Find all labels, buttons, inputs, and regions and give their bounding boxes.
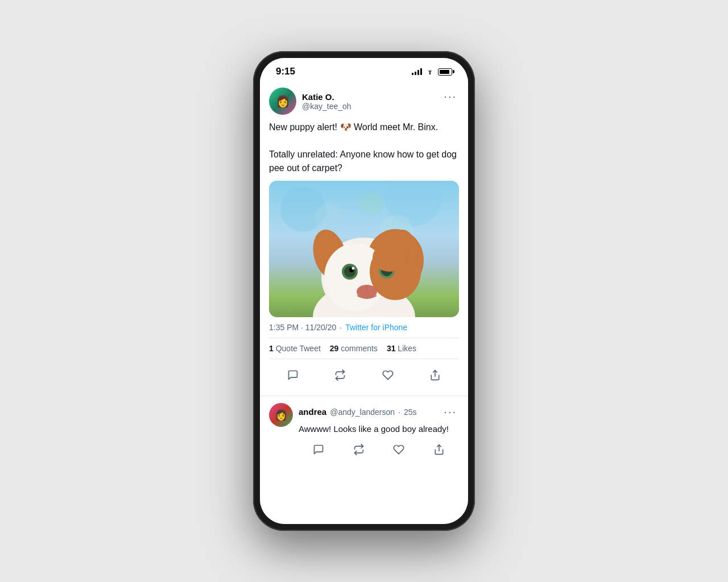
reply-timestamp: 25s [404, 408, 417, 417]
tweet-header: 👩 Katie O. @kay_tee_oh ··· [269, 88, 459, 115]
tweet-meta: 1:35 PM · 11/20/20 · Twitter for iPhone [269, 323, 459, 332]
reply-retweet-button[interactable] [349, 439, 369, 460]
reply-content: andrea @andy_landerson · 25s ··· Awwww! … [299, 403, 459, 460]
status-bar: 9:15 [260, 58, 468, 81]
reply-author-name: andrea [299, 407, 326, 417]
status-time: 9:15 [276, 66, 295, 77]
tweet-line2: Totally unrelated: Anyone know how to ge… [269, 149, 457, 173]
tweet-image[interactable] [269, 181, 459, 317]
tweet-line1: New puppy alert! 🐶 World meet Mr. Binx. [269, 122, 438, 132]
tweet-timestamp: 1:35 PM · 11/20/20 [269, 323, 336, 332]
reply-header: andrea @andy_landerson · 25s ··· [299, 403, 459, 421]
puppy-scene [269, 181, 459, 317]
tweet-text-content: New puppy alert! 🐶 World meet Mr. Binx. … [269, 120, 459, 175]
reply-author-handle: @andy_landerson [330, 408, 395, 417]
wifi-icon [425, 68, 435, 76]
tweet-author-info: 👩 Katie O. @kay_tee_oh [269, 88, 351, 115]
user-handle: @kay_tee_oh [302, 102, 351, 111]
reply-dot-separator: · [398, 408, 400, 417]
reply-reply-button[interactable] [308, 439, 329, 460]
reply-text: Awwww! Looks like a good boy already! [299, 423, 459, 435]
user-info: Katie O. @kay_tee_oh [302, 92, 351, 111]
main-tweet: 👩 Katie O. @kay_tee_oh ··· New puppy ale… [260, 81, 468, 396]
retweet-button[interactable] [330, 365, 350, 385]
svg-point-18 [373, 243, 407, 272]
signal-icon [412, 68, 422, 75]
more-options-button[interactable]: ··· [441, 88, 459, 105]
reply-like-button[interactable] [388, 439, 409, 460]
svg-point-0 [429, 73, 431, 74]
phone-frame: 9:15 [253, 51, 475, 531]
reply-button[interactable] [283, 365, 303, 385]
tweet-stats: 1 Quote Tweet 29 comments 31 Likes [269, 338, 459, 359]
tweet-content: 👩 Katie O. @kay_tee_oh ··· New puppy ale… [260, 81, 468, 524]
tweet-source[interactable]: Twitter for iPhone [345, 323, 407, 332]
dot-separator: · [340, 323, 342, 332]
svg-point-14 [352, 267, 355, 270]
like-button[interactable] [378, 365, 398, 385]
reply-share-button[interactable] [429, 439, 449, 460]
quote-tweet-stat[interactable]: 1 Quote Tweet [269, 344, 321, 353]
battery-icon [438, 68, 452, 76]
reply-more-options-button[interactable]: ··· [441, 403, 459, 421]
user-name: Katie O. [302, 92, 351, 102]
reply-author-info: andrea @andy_landerson · 25s [299, 407, 417, 417]
reply-actions [299, 439, 459, 460]
comments-stat[interactable]: 29 comments [330, 344, 378, 353]
puppy-illustration [296, 203, 432, 317]
avatar[interactable]: 👩 [269, 88, 296, 115]
likes-stat[interactable]: 31 Likes [387, 344, 416, 353]
share-button[interactable] [425, 365, 445, 385]
status-icons [412, 68, 452, 76]
phone-screen: 9:15 [260, 58, 468, 524]
reply-tweet: 👩 andrea @andy_landerson · 25s ··· Awwww… [260, 396, 468, 467]
tweet-actions [269, 361, 459, 389]
reply-avatar[interactable]: 👩 [269, 403, 293, 427]
